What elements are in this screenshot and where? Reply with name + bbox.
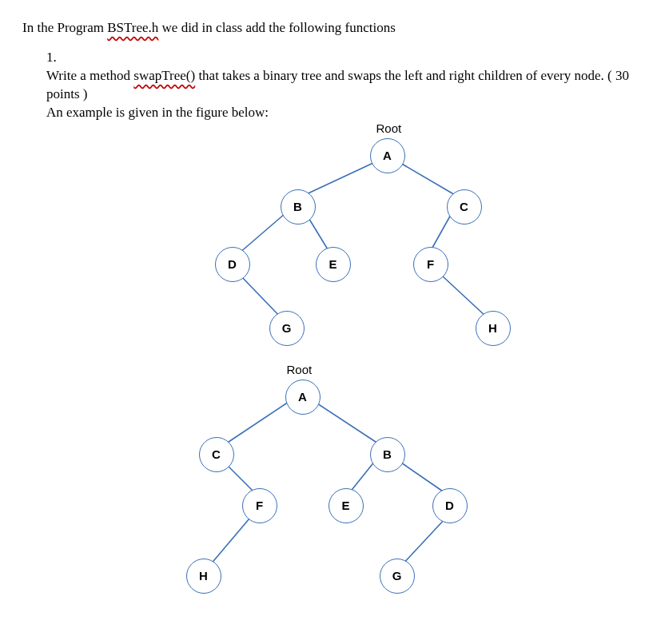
question-1: 1. Write a method swapTree() that takes … (46, 49, 647, 122)
node-H-before: H (476, 311, 511, 346)
svg-line-6 (442, 276, 487, 317)
node-F-before: F (413, 247, 448, 282)
svg-line-12 (210, 519, 249, 565)
svg-line-5 (241, 276, 282, 319)
node-H-after: H (186, 559, 221, 594)
svg-line-10 (349, 461, 375, 493)
root-label-after: Root (287, 362, 313, 378)
node-B-before: B (281, 189, 316, 225)
node-G-before: G (269, 311, 305, 346)
svg-line-9 (228, 466, 255, 493)
root-label-before: Root (376, 121, 402, 137)
node-A-after: A (285, 380, 321, 415)
node-D-after: D (432, 488, 468, 523)
svg-line-7 (226, 402, 289, 443)
question-number: 1. (46, 49, 67, 67)
node-D-before: D (215, 247, 250, 282)
intro-prefix: In the Program (22, 20, 107, 35)
svg-line-13 (402, 519, 445, 565)
intro-filename: BSTree.h (107, 20, 158, 35)
node-F-after: F (242, 488, 277, 523)
node-C-after: C (199, 437, 234, 472)
question-method-name: swapTree() (133, 68, 195, 83)
intro-line: In the Program BSTree.h we did in class … (22, 19, 647, 38)
node-C-before: C (447, 189, 482, 225)
node-E-after: E (329, 488, 364, 523)
question-line2: An example is given in the figure below: (46, 105, 269, 120)
node-E-before: E (316, 247, 351, 282)
node-G-after: G (380, 559, 415, 594)
diagram: Root A B C D E F G H Root A C B F E D H … (55, 127, 615, 638)
svg-line-11 (399, 461, 445, 493)
question-line1-prefix: Write a method (46, 68, 133, 83)
svg-line-8 (317, 403, 378, 443)
node-B-after: B (370, 437, 405, 472)
svg-line-1 (400, 163, 456, 196)
node-A-before: A (370, 138, 405, 173)
edges-after (55, 127, 615, 638)
edges-before (55, 127, 615, 638)
svg-line-0 (303, 162, 375, 196)
intro-suffix: we did in class add the following functi… (158, 20, 396, 35)
svg-line-2 (239, 213, 285, 253)
